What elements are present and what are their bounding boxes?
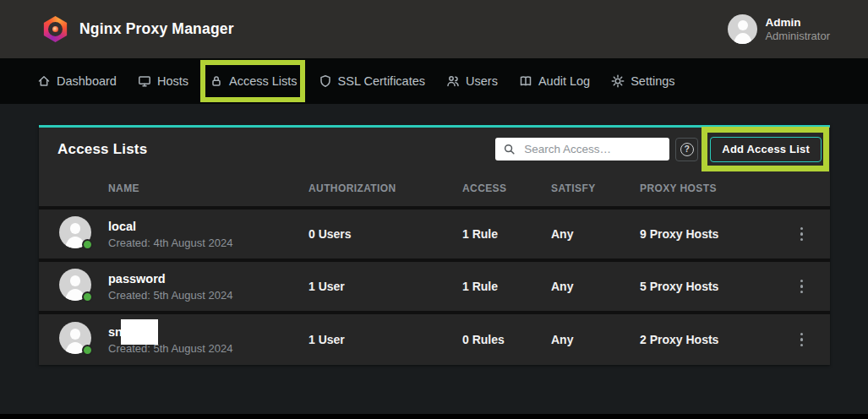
- user-name: Admin: [765, 15, 830, 30]
- redaction-box: [121, 319, 158, 345]
- row-actions-menu-button[interactable]: [795, 224, 809, 245]
- avatar-cell: [59, 269, 108, 304]
- avatar-cell: [59, 216, 108, 252]
- user-menu[interactable]: Admin Administrator: [728, 14, 830, 44]
- column-header-authorization: Authorization: [308, 182, 462, 194]
- satisfy-cell: Any: [551, 333, 640, 346]
- row-actions-menu-button[interactable]: [795, 329, 809, 351]
- table-row-password: password Created: 5th August 2024 1 User…: [39, 258, 830, 311]
- access-list-avatar: [59, 322, 91, 354]
- authorization-cell: 1 User: [308, 333, 462, 346]
- access-cell: 1 Rule: [462, 227, 551, 241]
- book-icon: [519, 74, 532, 88]
- home-icon: [37, 74, 51, 88]
- user-info: Admin Administrator: [765, 15, 830, 43]
- nav-label: Hosts: [157, 74, 188, 88]
- column-header-proxy-hosts: Proxy Hosts: [640, 182, 778, 194]
- user-role: Administrator: [765, 30, 830, 43]
- nav-label: Dashboard: [57, 74, 117, 88]
- page-content: Access Lists ? Add Access List Name: [0, 104, 868, 365]
- satisfy-cell: Any: [551, 280, 640, 293]
- name-cell: password Created: 5th August 2024: [108, 272, 308, 302]
- table-body: local Created: 4th August 2024 0 Users 1…: [39, 206, 830, 365]
- panel-header: Access Lists ? Add Access List: [39, 128, 830, 171]
- authorization-cell: 1 User: [308, 280, 462, 293]
- search-icon: [503, 143, 516, 155]
- satisfy-cell: Any: [551, 227, 640, 241]
- access-list-name: password: [108, 273, 166, 286]
- online-status-dot: [82, 239, 93, 250]
- user-avatar: [728, 14, 757, 44]
- nav-item-settings[interactable]: Settings: [611, 74, 674, 88]
- column-header-satisfy: Satisfy: [551, 182, 640, 194]
- access-lists-table: Name Authorization Access Satisfy Proxy …: [39, 171, 830, 365]
- online-status-dot: [82, 291, 93, 302]
- app-header: Nginx Proxy Manager Admin Administrator: [0, 0, 868, 58]
- access-list-created: Created: 5th August 2024: [108, 343, 308, 354]
- access-lists-panel: Access Lists ? Add Access List Name: [39, 125, 830, 365]
- proxy-hosts-cell: 2 Proxy Hosts: [640, 333, 778, 346]
- nav-item-users[interactable]: Users: [446, 74, 498, 88]
- brand[interactable]: Nginx Proxy Manager: [42, 16, 234, 42]
- nav-label: SSL Certificates: [338, 74, 425, 88]
- access-list-name: local: [108, 220, 136, 233]
- access-list-avatar: [59, 216, 91, 248]
- nav-label: Audit Log: [538, 74, 590, 88]
- row-actions-menu-button[interactable]: [795, 276, 809, 297]
- name-cell: sn Created: 5th August 2024: [108, 325, 308, 355]
- access-list-name: sn: [108, 326, 123, 339]
- add-button-wrap: Add Access List: [710, 137, 822, 162]
- nav-item-dashboard[interactable]: Dashboard: [37, 74, 117, 88]
- add-access-list-button[interactable]: Add Access List: [710, 137, 822, 162]
- panel-title: Access Lists: [57, 141, 147, 158]
- help-button[interactable]: ?: [675, 138, 698, 161]
- proxy-hosts-cell: 5 Proxy Hosts: [640, 280, 778, 293]
- table-row-sn-redacted: sn Created: 5th August 2024 1 User 0 Rul…: [39, 311, 830, 365]
- column-header-access: Access: [462, 182, 551, 194]
- access-cell: 1 Rule: [462, 280, 551, 293]
- nav-label: Users: [466, 74, 498, 88]
- proxy-hosts-cell: 9 Proxy Hosts: [640, 227, 778, 241]
- nav-item-ssl-certificates[interactable]: SSL Certificates: [319, 74, 425, 88]
- table-header-row: Name Authorization Access Satisfy Proxy …: [39, 171, 830, 206]
- search-input[interactable]: [495, 143, 669, 155]
- online-status-dot: [82, 345, 93, 356]
- lock-icon: [210, 74, 223, 88]
- users-icon: [446, 74, 460, 88]
- avatar-cell: [59, 322, 108, 357]
- column-header-name: Name: [108, 182, 308, 194]
- authorization-cell: 0 Users: [308, 227, 462, 241]
- bottom-edge-strip: [0, 414, 868, 419]
- nav-item-hosts[interactable]: Hosts: [138, 74, 188, 88]
- app-title: Nginx Proxy Manager: [79, 20, 234, 38]
- nav-item-access-lists[interactable]: Access Lists: [210, 74, 298, 88]
- shield-icon: [319, 74, 332, 88]
- panel-tools: ? Add Access List: [495, 137, 822, 162]
- help-icon: ?: [680, 143, 694, 156]
- app-logo-icon: [42, 16, 68, 42]
- gear-icon: [611, 74, 625, 88]
- table-row-local: local Created: 4th August 2024 0 Users 1…: [39, 206, 830, 258]
- access-list-created: Created: 5th August 2024: [108, 290, 308, 301]
- search-box: [495, 138, 669, 161]
- access-cell: 0 Rules: [462, 333, 551, 346]
- access-list-created: Created: 4th August 2024: [108, 237, 308, 248]
- nav-item-audit-log[interactable]: Audit Log: [519, 74, 590, 88]
- main-nav: Dashboard Hosts Access Lists SSL Certifi…: [0, 58, 868, 104]
- nav-label: Access Lists: [229, 74, 298, 88]
- monitor-icon: [138, 74, 151, 88]
- access-list-avatar: [59, 269, 91, 301]
- name-cell: local Created: 4th August 2024: [108, 220, 308, 249]
- nav-label: Settings: [631, 74, 674, 88]
